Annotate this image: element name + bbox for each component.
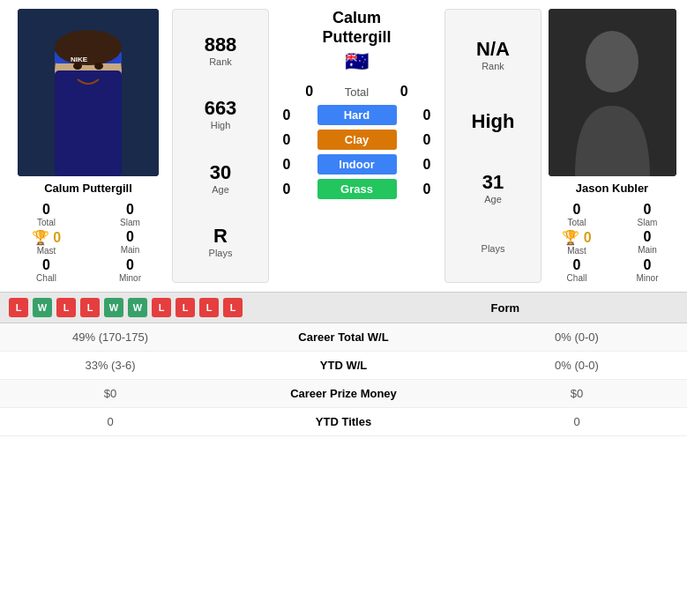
top-section: NIKE Calum Puttergill 0 Total 0 Slam 🏆 0…	[0, 0, 687, 292]
stats-right-val-0: 0% (0-0)	[467, 330, 687, 344]
clay-left-score: 0	[278, 132, 295, 148]
left-high-number: 663	[205, 97, 237, 120]
svg-point-9	[586, 31, 638, 93]
svg-point-6	[94, 63, 103, 70]
stats-center-label-0: Career Total W/L	[220, 330, 467, 344]
stats-left-val-2: $0	[0, 387, 220, 400]
form-badge-0: L	[9, 298, 28, 317]
right-chall-label: Chall	[567, 273, 587, 283]
svg-rect-2	[55, 71, 122, 176]
player-right-photo	[549, 9, 676, 176]
right-age-label: Age	[482, 194, 504, 204]
hard-badge: Hard	[317, 105, 397, 125]
left-rank-block: 888 Rank	[205, 33, 237, 67]
right-total-value: 0	[573, 202, 581, 218]
right-main-value: 0	[644, 229, 652, 245]
right-slam-label: Slam	[638, 218, 658, 227]
total-right-score: 0	[395, 84, 413, 100]
stats-center-label-1: YTD W/L	[220, 359, 467, 372]
right-plays-block: Plays	[482, 243, 505, 254]
left-chall-label: Chall	[36, 273, 56, 283]
hard-left-score: 0	[278, 108, 295, 123]
stats-table-row: 0YTD Titles0	[0, 408, 687, 436]
right-high-number: High	[472, 110, 515, 133]
left-mast-label: Mast	[37, 246, 56, 256]
left-rank-label: Rank	[205, 56, 237, 67]
stats-right-val-3: 0	[467, 415, 687, 428]
left-total-value: 0	[42, 202, 50, 218]
left-plays-value: R	[209, 225, 233, 248]
main-container: NIKE Calum Puttergill 0 Total 0 Slam 🏆 0…	[0, 0, 687, 436]
left-chall-value: 0	[42, 257, 50, 273]
left-total-label: Total	[37, 218, 56, 227]
total-label: Total	[345, 85, 369, 99]
stats-table-row: 49% (170-175)Career Total W/L0% (0-0)	[0, 323, 687, 352]
form-badge-1: W	[33, 298, 52, 317]
stats-left-val-0: 49% (170-175)	[0, 330, 220, 344]
center-section: Calum Puttergill 🇦🇺 0 Total 0 0 Hard 0	[273, 9, 440, 283]
form-badge-8: L	[199, 298, 219, 317]
form-badge-4: W	[104, 298, 123, 317]
form-badge-9: L	[223, 298, 243, 317]
svg-text:NIKE: NIKE	[71, 56, 88, 63]
right-rank-block: N/A Rank	[476, 38, 510, 71]
indoor-left-score: 0	[278, 157, 295, 173]
right-age-number: 31	[482, 171, 504, 194]
clay-row: 0 Clay 0	[278, 130, 436, 150]
right-high-block: High	[472, 110, 515, 133]
player-left-stats: 0 Total 0 Slam 🏆 0 Mast 0 Main 0 Chal	[9, 202, 168, 283]
right-slam-value: 0	[644, 202, 652, 218]
stats-table: 49% (170-175)Career Total W/L0% (0-0)33%…	[0, 323, 687, 436]
right-chall-value: 0	[573, 257, 581, 273]
surface-rows: 0 Total 0 0 Hard 0 0 Clay 0 0	[278, 84, 436, 204]
stats-center-label-3: YTD Titles	[220, 415, 467, 428]
right-plays-label: Plays	[482, 243, 505, 254]
stats-table-row: $0Career Prize Money$0	[0, 380, 687, 408]
player-right-name: Jason Kubler	[576, 182, 648, 195]
svg-point-5	[73, 63, 82, 70]
left-mast-value: 🏆 0	[32, 229, 61, 246]
stats-left-val-3: 0	[0, 415, 220, 428]
form-badge-6: L	[152, 298, 171, 317]
left-high-label: High	[205, 120, 237, 130]
left-age-number: 30	[210, 161, 231, 184]
indoor-row: 0 Indoor 0	[278, 154, 436, 174]
player-right-card: Jason Kubler 0 Total 0 Slam 🏆 0 Mast 0 M…	[546, 9, 678, 283]
left-rank-number: 888	[205, 33, 237, 56]
stats-right-val-2: $0	[467, 387, 687, 400]
left-plays-block: R Plays	[209, 225, 233, 258]
stats-right-val-1: 0% (0-0)	[467, 359, 687, 372]
grass-right-score: 0	[418, 182, 436, 197]
form-badge-5: W	[128, 298, 147, 317]
form-badge-7: L	[175, 298, 195, 317]
hard-row: 0 Hard 0	[278, 105, 436, 125]
left-slam-label: Slam	[120, 218, 140, 227]
right-mast-value: 🏆 0	[562, 229, 591, 246]
player-left-card: NIKE Calum Puttergill 0 Total 0 Slam 🏆 0…	[9, 9, 168, 283]
right-minor-label: Minor	[636, 273, 658, 283]
right-stats-panel: N/A Rank High 31 Age Plays	[444, 9, 541, 283]
left-minor-value: 0	[126, 257, 134, 273]
grass-badge: Grass	[317, 179, 397, 199]
center-player-name: Calum Puttergill	[322, 9, 391, 47]
left-high-block: 663 High	[205, 97, 237, 130]
grass-row: 0 Grass 0	[278, 179, 436, 199]
grass-left-score: 0	[278, 182, 295, 197]
left-main-value: 0	[126, 229, 134, 245]
indoor-right-score: 0	[418, 157, 436, 173]
clay-right-score: 0	[418, 132, 436, 148]
clay-badge: Clay	[317, 130, 397, 150]
right-main-label: Main	[638, 245, 657, 255]
left-minor-label: Minor	[119, 273, 141, 283]
left-slam-value: 0	[126, 202, 134, 218]
form-badge-3: L	[80, 298, 100, 317]
center-flag: 🇦🇺	[345, 50, 369, 73]
left-main-label: Main	[121, 245, 140, 255]
left-age-block: 30 Age	[210, 161, 231, 195]
player-left-name: Calum Puttergill	[44, 182, 132, 195]
right-rank-label: Rank	[476, 61, 510, 71]
total-row: 0 Total 0	[278, 84, 436, 100]
form-row: LWLLWWLLLLForm	[0, 292, 687, 323]
right-minor-value: 0	[644, 257, 652, 273]
form-badge-2: L	[56, 298, 76, 317]
